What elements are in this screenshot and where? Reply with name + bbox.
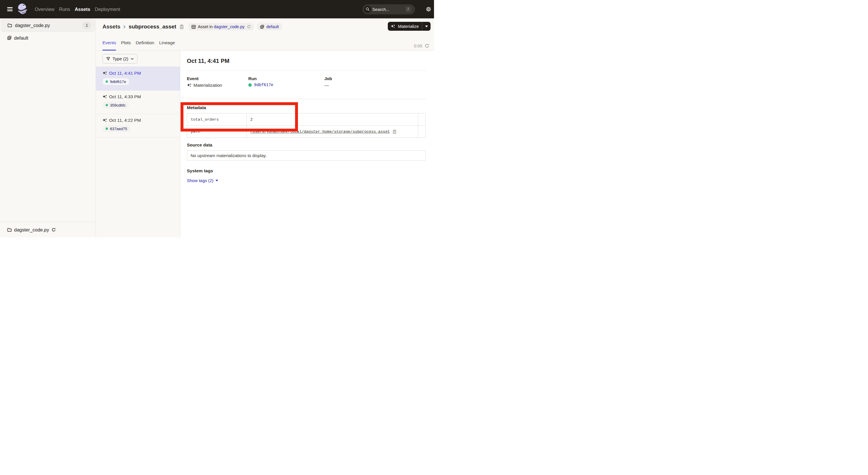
sidebar-footer-code-location: dagster_code.py	[0, 222, 96, 237]
nav-item-deployment[interactable]: Deployment	[92, 0, 122, 19]
run-status-dot	[248, 83, 252, 87]
materialization-sparkle-icon	[102, 94, 107, 99]
global-search[interactable]: /	[363, 4, 415, 14]
run-value: 9dbf617e	[248, 83, 273, 87]
metadata-key: total_orders	[187, 113, 247, 125]
folder-icon	[7, 23, 12, 28]
tag-asset-in-code-location[interactable]: Asset in dagster_code.py	[189, 23, 254, 30]
materialize-button-label: Materialize	[398, 24, 419, 29]
metadata-table: total_orders 2 path /Users/yuhan/dev/loc…	[187, 113, 426, 138]
code-location-label: dagster_code.py	[15, 23, 50, 28]
type-filter-label: Type (2)	[113, 56, 128, 61]
nav-item-runs[interactable]: Runs	[57, 0, 73, 19]
materialization-sparkle-icon	[102, 71, 107, 76]
code-location-count-badge: 1	[83, 22, 91, 29]
chevron-down-icon	[131, 58, 134, 60]
run-id: 637aed75	[110, 127, 127, 131]
event-timestamp-row: Oct 11, 4:41 PM	[102, 71, 180, 76]
metadata-path-link[interactable]: /Users/yuhan/dev/local/dagster_home/stor…	[250, 129, 390, 134]
hamburger-menu-icon[interactable]	[7, 7, 12, 11]
refresh-icon[interactable]	[425, 43, 429, 48]
search-icon	[364, 6, 371, 13]
caret-down-icon	[425, 26, 428, 27]
run-column-label: Run	[248, 76, 257, 81]
event-timestamp-row: Oct 11, 4:33 PM	[102, 94, 180, 99]
refresh-countdown: 0:05	[414, 43, 422, 48]
search-shortcut-key: /	[406, 7, 411, 12]
tab-lineage[interactable]: Lineage	[159, 40, 175, 51]
asset-group-label: default	[14, 35, 28, 41]
run-id-pill[interactable]: 637aed75	[102, 125, 130, 132]
event-timestamp[interactable]: Oct 11, 4:22 PM	[109, 118, 141, 123]
system-tags-heading: System tags	[187, 168, 213, 174]
metadata-row: path /Users/yuhan/dev/local/dagster_home…	[187, 125, 425, 138]
materialize-dropdown-button[interactable]	[422, 22, 431, 31]
event-timestamp[interactable]: Oct 11, 4:33 PM	[109, 94, 141, 99]
run-status-dot	[105, 104, 108, 106]
primary-nav: Overview Runs Assets Deployment	[32, 0, 122, 19]
run-status-dot	[105, 81, 108, 83]
event-list-item[interactable]: Oct 11, 4:22 PM 637aed75	[96, 114, 180, 138]
tag-asset-group[interactable]: default	[257, 23, 282, 30]
materialize-split-button: Materialize	[388, 22, 431, 31]
sparkle-icon	[391, 24, 396, 29]
run-id-pill[interactable]: 359cdbfc	[102, 102, 129, 109]
run-status-dot	[105, 127, 108, 130]
show-tags-toggle[interactable]: Show tags (2)	[187, 178, 218, 183]
metadata-heading: Metadata	[187, 105, 206, 110]
top-navigation-bar: Overview Runs Assets Deployment /	[0, 0, 434, 19]
event-column-label: Event	[187, 76, 198, 81]
tab-definition[interactable]: Definition	[136, 40, 154, 51]
event-detail-panel: Oct 11, 4:41 PM Event Run Job Materializ…	[180, 51, 434, 237]
event-filter-row: Type (2)	[96, 51, 180, 67]
event-list-item[interactable]: Oct 11, 4:33 PM 359cdbfc	[96, 90, 180, 114]
job-value: —	[324, 83, 329, 88]
breadcrumb-assets-link[interactable]: Assets	[102, 24, 120, 30]
run-id: 359cdbfc	[110, 103, 126, 108]
nav-item-assets[interactable]: Assets	[72, 0, 92, 19]
metadata-actions-cell	[418, 126, 425, 138]
metadata-value: /Users/yuhan/dev/local/dagster_home/stor…	[247, 126, 418, 138]
dagster-logo[interactable]	[17, 3, 28, 15]
filter-funnel-icon	[106, 57, 110, 61]
event-list-item[interactable]: Oct 11, 4:41 PM 9dbf617e	[96, 67, 180, 90]
tag-prefix: Asset in	[198, 24, 213, 29]
source-data-heading: Source data	[187, 143, 212, 148]
tab-events[interactable]: Events	[102, 40, 116, 51]
materialize-button[interactable]: Materialize	[388, 22, 422, 31]
sidebar-item-asset-group[interactable]: default	[0, 34, 96, 42]
chevron-right-icon	[123, 25, 126, 29]
event-detail-title: Oct 11, 4:41 PM	[187, 58, 229, 64]
type-filter-button[interactable]: Type (2)	[102, 54, 137, 63]
run-id-link[interactable]: 9dbf617e	[254, 83, 273, 87]
event-timestamp[interactable]: Oct 11, 4:41 PM	[109, 71, 141, 76]
reload-icon[interactable]	[51, 228, 56, 232]
metadata-key: path	[187, 126, 247, 138]
sidebar-item-code-location[interactable]: dagster_code.py 1	[1, 19, 95, 32]
event-type-value: Materialization	[187, 83, 222, 88]
gear-icon[interactable]	[426, 6, 431, 12]
event-items: Oct 11, 4:41 PM 9dbf617e Oct 11, 4:33 PM	[96, 67, 180, 138]
materialization-sparkle-icon	[187, 83, 192, 88]
run-id-pill[interactable]: 9dbf617e	[102, 78, 129, 85]
event-timestamp-row: Oct 11, 4:22 PM	[102, 118, 180, 123]
table-grid-icon	[191, 25, 196, 29]
job-empty-value: —	[324, 83, 329, 88]
divider	[187, 99, 426, 99]
source-data-empty-message: No upstream materializations to display.	[187, 150, 426, 160]
asset-page-header: Assets subprocess_asset Asset in dagster…	[96, 19, 434, 51]
nav-item-overview[interactable]: Overview	[32, 0, 57, 19]
reload-icon[interactable]	[247, 25, 251, 29]
search-input[interactable]	[372, 4, 402, 14]
copy-path-icon[interactable]	[392, 129, 397, 134]
tag-asset-group-link[interactable]: default	[267, 24, 279, 29]
materialization-sparkle-icon	[102, 118, 107, 123]
breadcrumb-asset-name: subprocess_asset	[129, 24, 176, 30]
asset-group-icon	[260, 25, 265, 29]
asset-group-icon	[7, 36, 12, 40]
copy-asset-name-icon[interactable]	[179, 24, 184, 29]
footer-code-location-label: dagster_code.py	[14, 227, 49, 233]
metadata-value-text: 2	[250, 117, 253, 122]
tag-code-location-link[interactable]: dagster_code.py	[214, 24, 245, 29]
tab-plots[interactable]: Plots	[121, 40, 131, 51]
